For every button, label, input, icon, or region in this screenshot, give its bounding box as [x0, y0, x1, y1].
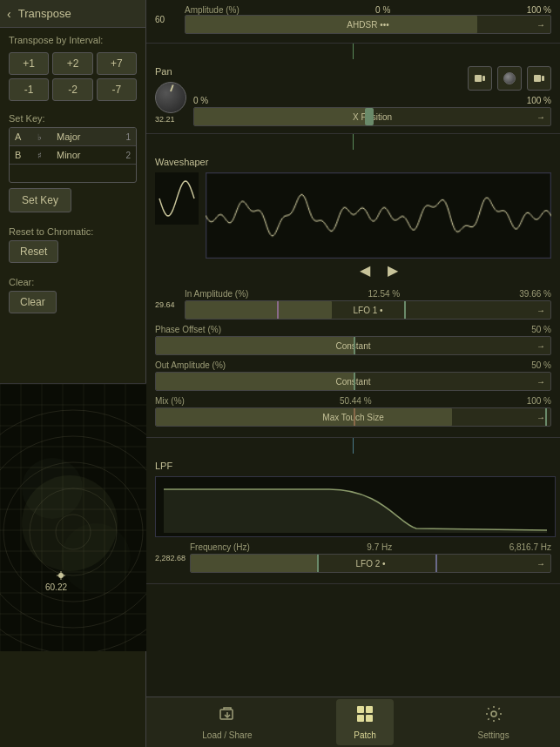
clear-section: Clear: Clear: [0, 268, 145, 319]
reset-section: Reset to Chromatic: Reset: [0, 218, 145, 268]
interval-btn-p2[interactable]: +2: [52, 52, 92, 75]
connector-3: [146, 438, 560, 454]
out-arrow[interactable]: →: [536, 377, 545, 387]
wave-back-button[interactable]: ◀: [360, 262, 370, 279]
waveshaper-module: Waveshaper ◀ ▶ 29.64 In Amplitude (%) 12…: [146, 150, 560, 438]
lpf-module: LPF 2,282.68 Frequency (Hz) 9.7 Hz 6,816…: [146, 454, 560, 584]
out-amplitude-label: Out Amplitude (%): [155, 360, 226, 370]
svg-rect-11: [357, 715, 364, 722]
pan-values-row: 0 % 100 %: [193, 96, 551, 105]
out-val: 50 %: [531, 360, 551, 370]
pan-knob-value: 32.21: [155, 115, 186, 124]
transpose-label: Transpose by Interval:: [0, 28, 145, 49]
clear-button[interactable]: Clear: [9, 291, 57, 313]
tab-load-share[interactable]: Load / Share: [185, 699, 269, 745]
phase-slider[interactable]: Constant →: [155, 336, 551, 355]
left-header: ‹ Transpose: [0, 0, 145, 28]
back-arrow-icon[interactable]: ‹: [7, 7, 11, 21]
key-num-2: 2: [125, 151, 131, 160]
pan-arrow[interactable]: →: [536, 112, 545, 122]
pan-left-val: 0 %: [193, 96, 208, 105]
waveshaper-title: Waveshaper: [155, 157, 551, 167]
mix-slider[interactable]: Max Touch Size →: [155, 407, 551, 427]
in-amplitude-label-row: In Amplitude (%) 12.54 % 39.66 %: [185, 289, 551, 299]
mix-row: Mix (%) 50.44 % 100 % Max Touch Size →: [155, 396, 551, 427]
tab-settings[interactable]: Settings: [461, 699, 527, 745]
svg-rect-10: [366, 706, 373, 713]
freq-val2: 6,816.7 Hz: [509, 542, 551, 552]
phase-label: Phase Offset (%): [155, 325, 221, 334]
amplitude-pct-left: 0 %: [375, 5, 390, 15]
tab-patch[interactable]: Patch: [336, 699, 394, 745]
lfo1-arrow[interactable]: →: [536, 306, 545, 315]
key-type-major: Major: [57, 131, 120, 142]
interval-btn-p7[interactable]: +7: [97, 52, 137, 75]
interval-buttons-grid: +1 +2 +7 -1 -2 -7: [0, 49, 145, 104]
amplitude-arrow[interactable]: →: [536, 20, 545, 30]
svg-rect-9: [357, 706, 364, 713]
settings-icon: [484, 704, 503, 728]
key-row-extra: [10, 165, 136, 182]
freq-label-row: Frequency (Hz) 9.7 Hz 6,816.7 Hz: [190, 542, 551, 552]
pan-knob[interactable]: [155, 82, 186, 113]
svg-point-13: [491, 711, 496, 717]
key-note-a: A: [15, 131, 32, 142]
key-row-a[interactable]: A ♭ Major 1: [10, 128, 136, 146]
connector-1: [146, 44, 560, 59]
lpf-title: LPF: [155, 461, 551, 471]
pan-icon-left[interactable]: [468, 66, 492, 91]
pan-icon-knob[interactable]: [497, 66, 522, 91]
in-amplitude-label: In Amplitude (%): [185, 289, 248, 299]
left-panel-title: Transpose: [18, 7, 71, 20]
amplitude-slider[interactable]: AHDSR ••• →: [185, 15, 551, 34]
waveshaper-content: ◀ ▶: [155, 172, 551, 282]
mix-label-row: Mix (%) 50.44 % 100 %: [155, 396, 551, 406]
in-amplitude-left-value: 29.64: [155, 300, 181, 309]
interval-btn-m1[interactable]: -1: [9, 78, 49, 101]
lfo2-arrow[interactable]: →: [536, 559, 545, 569]
pan-title: Pan: [155, 66, 186, 77]
key-rows: A ♭ Major 1 B ♯ Minor 2: [9, 127, 137, 183]
amplitude-module: 60 Amplitude (%) 0 % 100 % AHDSR ••• →: [146, 0, 560, 44]
freq-slider[interactable]: LFO 2 • →: [190, 554, 551, 573]
pan-right-val: 100 %: [527, 96, 551, 105]
xy-canvas[interactable]: [0, 384, 146, 651]
small-wave-canvas: [155, 172, 199, 225]
mix-val1: 50.44 %: [340, 396, 372, 406]
phase-arrow[interactable]: →: [536, 341, 545, 351]
pan-module: Pan 32.21 0 % 100: [146, 59, 560, 134]
amplitude-slider-label: AHDSR •••: [347, 20, 388, 30]
in-amplitude-slider[interactable]: LFO 1 • →: [185, 300, 551, 320]
set-key-section: Set Key: A ♭ Major 1 B ♯ Minor 2 Set Key: [0, 104, 145, 218]
xy-pad[interactable]: 60.22: [0, 383, 146, 651]
interval-btn-m2[interactable]: -2: [52, 78, 92, 101]
bottom-spacer: [146, 584, 560, 636]
svg-rect-2: [534, 75, 541, 82]
freq-val1: 9.7 Hz: [367, 542, 392, 552]
interval-btn-p1[interactable]: +1: [9, 52, 49, 75]
svg-rect-0: [475, 75, 482, 82]
out-amplitude-label-row: Out Amplitude (%) 50 %: [155, 360, 551, 370]
freq-label: Frequency (Hz): [190, 542, 250, 552]
reset-button[interactable]: Reset: [9, 240, 58, 263]
patch-icon: [355, 704, 374, 728]
tab-load-share-label: Load / Share: [202, 730, 252, 740]
mix-label: Mix (%): [155, 396, 185, 406]
freq-left-value: 2,282.68: [155, 554, 186, 562]
in-amplitude-val2: 39.66 %: [519, 289, 551, 299]
interval-btn-m7[interactable]: -7: [97, 78, 137, 101]
wave-fwd-button[interactable]: ▶: [388, 262, 398, 279]
key-num-1: 1: [125, 132, 131, 142]
pan-slider[interactable]: X Position →: [193, 107, 551, 126]
key-sharp-b: ♯: [37, 151, 51, 160]
set-key-button[interactable]: Set Key: [9, 188, 71, 212]
svg-rect-1: [482, 76, 485, 81]
out-amplitude-slider[interactable]: Constant →: [155, 372, 551, 391]
tab-settings-label: Settings: [478, 730, 509, 740]
key-row-b[interactable]: B ♯ Minor 2: [10, 146, 136, 165]
key-sharp-a: ♭: [37, 132, 51, 142]
mix-arrow[interactable]: →: [536, 413, 545, 422]
phase-label-row: Phase Offset (%) 50 %: [155, 325, 551, 334]
phase-offset-row: Phase Offset (%) 50 % Constant →: [155, 325, 551, 355]
pan-icon-right[interactable]: [527, 66, 551, 91]
